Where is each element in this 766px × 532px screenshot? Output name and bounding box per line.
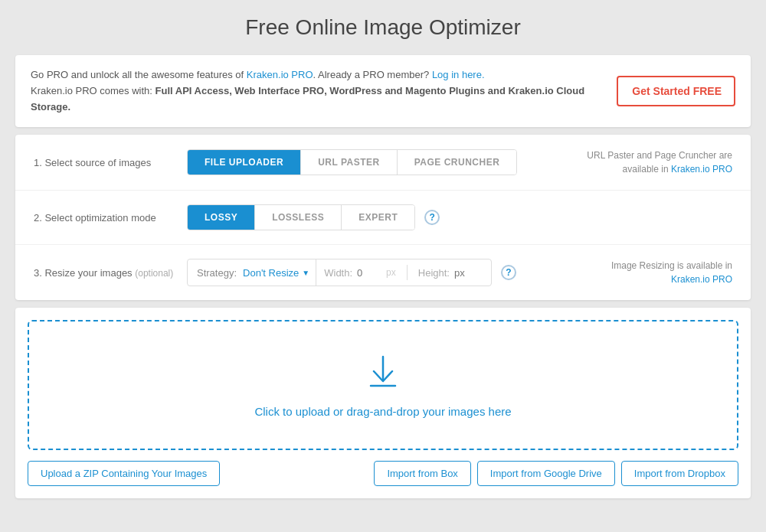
resize-help-icon[interactable]: ? xyxy=(501,265,516,280)
step3-row: 3. Resize your images (optional) Strateg… xyxy=(15,245,751,300)
optimization-help-icon[interactable]: ? xyxy=(424,210,440,225)
promo-text-1: Go PRO and unlock all the awesome featur… xyxy=(31,69,247,80)
login-link[interactable]: Log in here. xyxy=(432,69,485,80)
drop-zone[interactable]: Click to upload or drag-and-drop your im… xyxy=(28,320,738,450)
width-label: Width: xyxy=(324,267,352,279)
promo-text: Go PRO and unlock all the awesome featur… xyxy=(31,67,617,115)
strategy-value: Don't Resize xyxy=(243,267,299,279)
strategy-label: Strategy: xyxy=(188,267,243,279)
step1-label: 1. Select source of images xyxy=(34,157,187,168)
dropdown-arrow-icon: ▼ xyxy=(302,269,309,277)
tab-url-paster[interactable]: URL PASTER xyxy=(300,150,397,175)
step3-controls: Strategy: Don't Resize ▼ Width: px Heigh… xyxy=(187,259,516,286)
step1-controls: FILE UPLOADER URL PASTER PAGE CRUNCHER xyxy=(187,149,517,175)
width-input[interactable] xyxy=(355,264,386,282)
step3-note-link[interactable]: Kraken.io PRO xyxy=(671,274,732,285)
optimization-tab-group: LOSSY LOSSLESS EXPERT xyxy=(187,204,415,230)
tab-page-cruncher[interactable]: PAGE CRUNCHER xyxy=(397,150,517,175)
step2-label: 2. Select optimization mode xyxy=(34,212,187,224)
import-box-button[interactable]: Import from Box xyxy=(374,461,470,486)
height-group: Height: xyxy=(411,264,491,282)
step1-note: URL Paster and Page Cruncher are availab… xyxy=(579,149,732,176)
tab-lossy[interactable]: LOSSY xyxy=(188,205,254,230)
step3-note: Image Resizing is available inKraken.io … xyxy=(611,259,732,286)
source-tab-group: FILE UPLOADER URL PASTER PAGE CRUNCHER xyxy=(187,149,517,175)
promo-text-2: . Already a PRO member? xyxy=(313,69,432,80)
promo-text-3: Kraken.io PRO comes with: xyxy=(31,85,155,96)
width-group: Width: px xyxy=(316,264,404,282)
page-title: Free Online Image Optimizer xyxy=(15,15,751,40)
promo-banner: Go PRO and unlock all the awesome featur… xyxy=(15,55,751,127)
upload-zip-button[interactable]: Upload a ZIP Containing Your Images xyxy=(28,461,220,486)
right-buttons: Import from Box Import from Google Drive… xyxy=(374,461,738,486)
drop-text: Click to upload or drag-and-drop your im… xyxy=(44,405,722,418)
import-dropbox-button[interactable]: Import from Dropbox xyxy=(621,461,738,486)
action-buttons: Upload a ZIP Containing Your Images Impo… xyxy=(28,461,738,486)
upload-icon xyxy=(363,352,403,394)
step2-row: 2. Select optimization mode LOSSY LOSSLE… xyxy=(15,191,751,245)
tab-expert[interactable]: EXPERT xyxy=(341,205,414,230)
import-gdrive-button[interactable]: Import from Google Drive xyxy=(477,461,615,486)
tab-file-uploader[interactable]: FILE UPLOADER xyxy=(188,150,300,175)
step1-row: 1. Select source of images FILE UPLOADER… xyxy=(15,135,751,191)
resize-controls: Strategy: Don't Resize ▼ Width: px Heigh… xyxy=(187,259,492,286)
tab-lossless[interactable]: LOSSLESS xyxy=(254,205,341,230)
get-started-button[interactable]: Get Started FREE xyxy=(617,76,735,106)
dimension-separator xyxy=(407,265,408,280)
options-card: 1. Select source of images FILE UPLOADER… xyxy=(15,135,751,300)
step1-note-link[interactable]: Kraken.io PRO xyxy=(671,164,732,175)
upload-card: Click to upload or drag-and-drop your im… xyxy=(15,308,751,498)
height-input[interactable] xyxy=(453,264,483,282)
kraken-pro-link-1[interactable]: Kraken.io PRO xyxy=(247,69,313,80)
step3-note-text: Image Resizing is available in xyxy=(611,260,732,271)
width-unit: px xyxy=(386,267,396,278)
strategy-dropdown[interactable]: Strategy: Don't Resize ▼ xyxy=(188,259,316,286)
height-label: Height: xyxy=(418,267,450,279)
step3-label: 3. Resize your images (optional) xyxy=(34,267,187,279)
step2-controls: LOSSY LOSSLESS EXPERT ? xyxy=(187,204,440,230)
